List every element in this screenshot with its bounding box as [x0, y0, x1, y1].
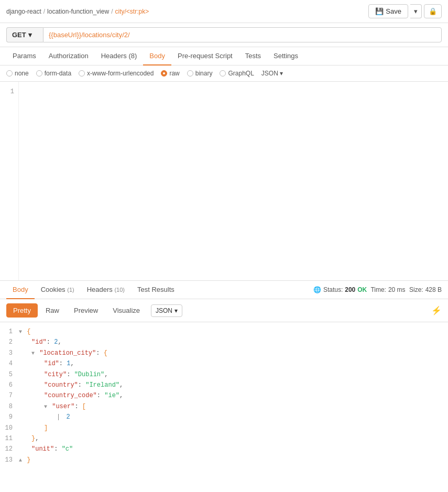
- response-size: 428 B: [425, 286, 442, 293]
- collapse-icon-13[interactable]: ▲: [19, 457, 22, 463]
- lock-icon: 🔒: [429, 7, 437, 15]
- json-type-label: JSON: [261, 70, 278, 77]
- response-tab-body[interactable]: Body: [6, 281, 35, 299]
- json-line-6: 6 "country": "Ireland",: [0, 380, 448, 390]
- radio-graphql-label: GraphQL: [228, 70, 254, 77]
- globe-icon: 🌐: [313, 286, 321, 293]
- tab-settings[interactable]: Settings: [267, 47, 304, 65]
- save-label: Save: [386, 7, 401, 15]
- response-tabs: Body Cookies (1) Headers (10) Test Resul…: [6, 281, 181, 299]
- breadcrumb-current[interactable]: city/<str:pk>: [115, 8, 149, 15]
- save-dropdown-button[interactable]: ▾: [410, 4, 422, 18]
- response-time: 20 ms: [388, 286, 406, 293]
- response-actions: ⚡: [431, 305, 442, 315]
- radio-binary-label: binary: [195, 70, 213, 77]
- status-label: Status:: [323, 286, 343, 293]
- radio-urlencoded-label: x-www-form-urlencoded: [87, 70, 154, 77]
- editor-line-numbers: 1: [0, 82, 19, 280]
- response-meta: 🌐 Status: 200 OK Time: 20 ms Size: 428 B: [313, 286, 442, 293]
- method-label: GET: [12, 31, 26, 39]
- json-line-2: 2 "id": 2,: [0, 337, 448, 347]
- filter-icon[interactable]: ⚡: [431, 305, 442, 315]
- radio-graphql[interactable]: GraphQL: [220, 70, 254, 77]
- url-input[interactable]: [43, 27, 442, 42]
- response-json: 1 ▼ { 2 "id": 2, 3 ▼ "location_city": { …: [0, 322, 448, 469]
- radio-raw[interactable]: raw: [161, 70, 179, 77]
- radio-none[interactable]: none: [6, 70, 29, 77]
- save-button[interactable]: 💾 Save: [368, 4, 408, 18]
- response-tabs-bar: Body Cookies (1) Headers (10) Test Resul…: [0, 281, 448, 299]
- json-line-13: 13 ▲ }: [0, 455, 448, 465]
- json-line-5: 5 "city": "Dublin",: [0, 369, 448, 380]
- tab-pre-request[interactable]: Pre-request Script: [171, 47, 239, 65]
- radio-none-label: none: [15, 70, 29, 77]
- method-chevron-icon: ▾: [28, 31, 32, 39]
- editor-content[interactable]: [19, 82, 448, 280]
- radio-dot-graphql: [220, 70, 226, 76]
- breadcrumb-part2[interactable]: location-function_view: [47, 8, 109, 15]
- radio-binary[interactable]: binary: [187, 70, 213, 77]
- format-select[interactable]: JSON ▾: [151, 304, 182, 317]
- json-line-1: 1 ▼ {: [0, 326, 448, 337]
- radio-dot-binary: [187, 70, 193, 76]
- radio-dot-raw: [161, 70, 167, 76]
- collapse-icon-8[interactable]: ▼: [44, 404, 47, 410]
- format-label: JSON: [156, 307, 172, 314]
- radio-dot-urlencoded: [79, 70, 85, 76]
- json-line-8: 8 ▼ "user": [: [0, 401, 448, 412]
- breadcrumb: django-react / location-function_view / …: [6, 8, 149, 15]
- view-tab-preview[interactable]: Preview: [67, 303, 105, 318]
- tab-headers[interactable]: Headers (8): [95, 47, 144, 65]
- status-text: OK: [357, 286, 367, 293]
- breadcrumb-sep2: /: [111, 8, 113, 15]
- json-line-3: 3 ▼ "location_city": {: [0, 348, 448, 358]
- json-line-9: 9 | 2: [0, 412, 448, 422]
- body-options: none form-data x-www-form-urlencoded raw…: [0, 65, 448, 82]
- chevron-down-icon: ▾: [414, 7, 418, 15]
- json-line-10: 10 ]: [0, 423, 448, 433]
- tab-body[interactable]: Body: [143, 47, 171, 65]
- json-type-select[interactable]: JSON ▾: [261, 70, 283, 77]
- radio-raw-label: raw: [169, 70, 179, 77]
- json-line-11: 11 },: [0, 433, 448, 444]
- response-toolbar: Pretty Raw Preview Visualize JSON ▾ ⚡: [0, 299, 448, 322]
- view-tab-pretty[interactable]: Pretty: [6, 303, 38, 318]
- lock-button[interactable]: 🔒: [424, 4, 442, 18]
- json-line-4: 4 "id": 1,: [0, 358, 448, 369]
- collapse-icon-3[interactable]: ▼: [31, 351, 35, 356]
- request-tabs: Params Authorization Headers (8) Body Pr…: [0, 47, 448, 65]
- json-line-12: 12 "unit": "c": [0, 444, 448, 454]
- tab-params[interactable]: Params: [6, 47, 42, 65]
- collapse-icon-1[interactable]: ▼: [19, 329, 22, 335]
- line-number-1: 1: [4, 87, 14, 97]
- breadcrumb-part1[interactable]: django-react: [6, 8, 41, 15]
- size-label: Size:: [408, 286, 423, 293]
- tab-authorization[interactable]: Authorization: [42, 47, 95, 65]
- response-tab-cookies[interactable]: Cookies (1): [35, 281, 81, 299]
- view-tabs: Pretty Raw Preview Visualize: [6, 303, 147, 318]
- save-icon: 💾: [375, 7, 384, 15]
- format-chevron-icon: ▾: [174, 307, 178, 314]
- time-label: Time:: [369, 286, 386, 293]
- tab-tests[interactable]: Tests: [239, 47, 267, 65]
- url-bar: GET ▾: [0, 23, 448, 47]
- top-bar: django-react / location-function_view / …: [0, 0, 448, 23]
- radio-form-data-label: form-data: [45, 70, 71, 77]
- status-code: 200: [345, 286, 355, 293]
- radio-dot-none: [6, 70, 13, 76]
- method-select[interactable]: GET ▾: [6, 27, 43, 42]
- response-tab-headers[interactable]: Headers (10): [81, 281, 131, 299]
- top-bar-actions: 💾 Save ▾ 🔒: [368, 4, 442, 18]
- json-chevron-icon: ▾: [280, 70, 283, 77]
- request-body-editor: 1: [0, 82, 448, 281]
- radio-dot-form-data: [36, 70, 42, 76]
- radio-form-data[interactable]: form-data: [36, 70, 71, 77]
- view-tab-raw[interactable]: Raw: [39, 303, 66, 318]
- response-tab-test-results[interactable]: Test Results: [131, 281, 181, 299]
- breadcrumb-sep1: /: [43, 8, 45, 15]
- radio-urlencoded[interactable]: x-www-form-urlencoded: [79, 70, 154, 77]
- json-line-7: 7 "country_code": "ie",: [0, 390, 448, 401]
- view-tab-visualize[interactable]: Visualize: [106, 303, 147, 318]
